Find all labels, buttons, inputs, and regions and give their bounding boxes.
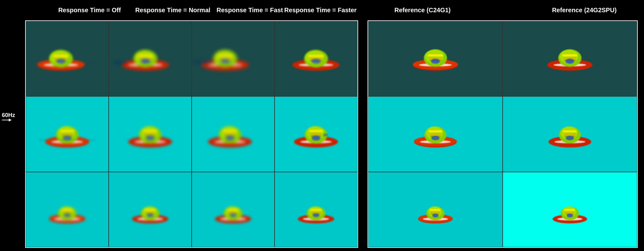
svg-rect-44 xyxy=(61,133,74,135)
svg-rect-15 xyxy=(138,55,153,57)
svg-rect-47 xyxy=(39,140,96,141)
svg-rect-78 xyxy=(62,209,73,211)
svg-rect-69 xyxy=(310,133,322,135)
cell-r0-c1 xyxy=(109,21,192,96)
svg-point-18 xyxy=(141,59,150,64)
svg-rect-53 xyxy=(144,133,156,135)
ref-ufo-r0-c1 xyxy=(503,21,637,96)
ref-ufo-r1-c1 xyxy=(503,97,637,171)
svg-point-81 xyxy=(64,213,71,217)
ref-ufo-r1-c0 xyxy=(368,97,502,171)
svg-point-122 xyxy=(565,59,574,64)
svg-rect-25 xyxy=(217,55,233,57)
cell-r1-c2 xyxy=(192,96,275,172)
svg-point-139 xyxy=(566,136,574,140)
svg-rect-9 xyxy=(30,62,37,64)
ref-cell-r1-c1 xyxy=(503,96,637,172)
svg-rect-136 xyxy=(563,130,577,132)
ufo-canvas-r0-c1 xyxy=(109,21,191,96)
ufo-canvas-r0-c3 xyxy=(275,21,357,96)
ref-cell-r2-c0 xyxy=(368,172,503,247)
svg-rect-128 xyxy=(428,130,442,132)
col-header-faster: Response Time = Faster xyxy=(281,7,360,14)
svg-rect-111 xyxy=(428,54,443,56)
hz-label: 60Hz xyxy=(2,112,15,120)
svg-rect-153 xyxy=(564,209,575,211)
ufo-canvas-r2-c3 xyxy=(275,172,357,247)
svg-rect-86 xyxy=(145,209,156,211)
svg-rect-68 xyxy=(309,130,323,132)
header-row: Response Time = Off Response Time = Norm… xyxy=(0,0,644,20)
left-grid xyxy=(25,20,358,248)
cell-r2-c2 xyxy=(192,172,275,247)
svg-rect-94 xyxy=(227,209,239,211)
svg-rect-146 xyxy=(430,211,440,213)
svg-point-148 xyxy=(432,214,439,217)
ufo-canvas-r2-c2 xyxy=(192,172,274,247)
svg-rect-52 xyxy=(143,130,157,132)
ref-ufo-r2-c1 xyxy=(503,172,637,247)
svg-rect-60 xyxy=(223,130,237,132)
svg-rect-154 xyxy=(565,211,574,213)
svg-rect-103 xyxy=(311,211,321,213)
cell-r0-c0 xyxy=(26,21,109,96)
svg-rect-34 xyxy=(308,55,324,57)
ufo-canvas-r0-c0 xyxy=(26,21,108,96)
cell-r1-c1 xyxy=(109,96,192,172)
svg-rect-129 xyxy=(429,133,441,135)
ufo-canvas-r1-c1 xyxy=(109,97,191,171)
svg-point-156 xyxy=(567,214,573,217)
svg-point-89 xyxy=(147,213,154,217)
ref-cell-r0-c0 xyxy=(368,21,503,96)
ref-ufo-r0-c0 xyxy=(368,21,502,96)
ref-cell-r1-c0 xyxy=(368,96,503,172)
svg-rect-43 xyxy=(60,130,74,132)
cell-r2-c0 xyxy=(26,172,109,247)
ufo-canvas-r1-c3 xyxy=(275,97,357,171)
svg-point-131 xyxy=(431,136,439,140)
ufo-canvas-r1-c0 xyxy=(26,97,108,171)
ref-ufo-r2-c0 xyxy=(368,172,502,247)
hz-text: 60Hz xyxy=(2,112,15,119)
svg-point-105 xyxy=(313,213,319,217)
svg-rect-20 xyxy=(114,63,125,65)
ufo-canvas-r2-c1 xyxy=(109,172,191,247)
svg-rect-79 xyxy=(62,211,72,213)
ref-cell-r2-c1 xyxy=(503,172,637,247)
svg-rect-29 xyxy=(194,60,211,64)
col-header-normal: Response Time = Normal xyxy=(132,7,214,14)
cell-r1-c3 xyxy=(275,96,357,172)
svg-point-28 xyxy=(221,59,230,64)
right-grid xyxy=(368,20,638,248)
svg-point-72 xyxy=(323,133,328,136)
svg-rect-87 xyxy=(145,211,155,213)
grid-spacer xyxy=(358,20,368,248)
svg-rect-145 xyxy=(430,209,440,211)
svg-point-71 xyxy=(312,136,320,141)
svg-rect-19 xyxy=(114,61,127,64)
cell-r0-c2 xyxy=(192,21,275,96)
cell-r1-c0 xyxy=(26,96,109,172)
ufo-canvas-r1-c2 xyxy=(192,97,274,171)
ref-cell-r0-c1 xyxy=(503,21,637,96)
svg-point-114 xyxy=(431,59,440,64)
col-header-ref-24g2: Reference (24G2SPU) xyxy=(540,7,628,14)
svg-rect-102 xyxy=(310,209,322,211)
svg-point-63 xyxy=(226,136,234,141)
svg-rect-119 xyxy=(562,54,577,56)
svg-rect-95 xyxy=(228,211,238,213)
ufo-canvas-r2-c0 xyxy=(26,172,108,247)
svg-point-97 xyxy=(230,213,237,217)
svg-rect-137 xyxy=(564,133,576,135)
main-container xyxy=(25,20,638,248)
ufo-canvas-r0-c2 xyxy=(192,21,274,96)
svg-rect-10 xyxy=(85,62,92,64)
svg-rect-61 xyxy=(224,133,236,135)
col-header-off: Response Time = Off xyxy=(49,7,130,14)
cell-r2-c3 xyxy=(275,172,357,247)
svg-point-37 xyxy=(311,59,321,64)
cell-r2-c1 xyxy=(109,172,192,247)
cell-r0-c3 xyxy=(275,21,357,96)
col-header-fast: Response Time = Fast xyxy=(214,7,286,14)
hz-arrow-icon xyxy=(2,120,11,120)
